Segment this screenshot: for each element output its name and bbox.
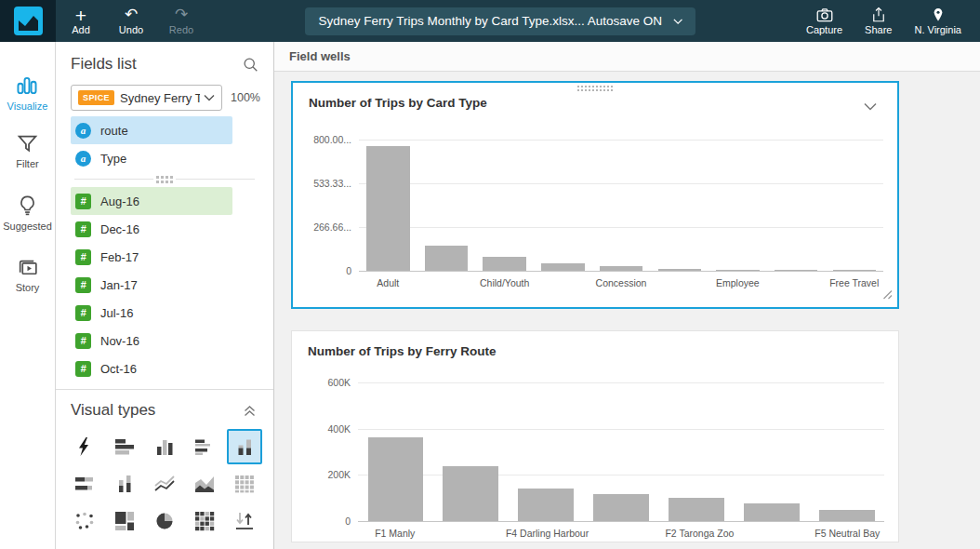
gridline (359, 271, 883, 272)
nav-story[interactable]: Story (16, 256, 40, 293)
visual-card-trips-by-card-type[interactable]: Number of Trips by Card Type 800.00...53… (291, 81, 899, 309)
visual-types-header: Visual types (56, 390, 273, 427)
share-label: Share (865, 24, 892, 35)
share-icon (870, 7, 887, 23)
visual-type-vertical-stacked-bar[interactable] (107, 466, 142, 502)
nav-visualize[interactable]: Visualize (7, 74, 48, 112)
bar[interactable] (483, 257, 525, 271)
bar[interactable] (775, 270, 817, 271)
quicksight-app: + Add ↶ Undo ↷ Redo Sydney Ferry Trips M… (0, 0, 980, 549)
visual-title: Number of Trips by Card Type (309, 96, 487, 110)
pivot-table-icon (234, 474, 255, 494)
field-item-feb-17[interactable]: # Feb-17 (71, 243, 232, 271)
bar[interactable] (833, 270, 876, 271)
add-label: Add (72, 24, 90, 35)
bar-slot (534, 140, 592, 271)
visual-type-horizontal-grouped-bar[interactable] (187, 429, 222, 464)
bar[interactable] (744, 503, 800, 521)
bar[interactable] (593, 494, 649, 521)
document-title-dropdown[interactable]: Sydney Ferry Trips Monthly by Card Type.… (305, 7, 695, 35)
visual-type-autograph[interactable] (67, 429, 102, 464)
scatter-plot-icon (74, 511, 95, 531)
share-button[interactable]: Share (854, 0, 903, 42)
field-item-oct-16[interactable]: # Oct-16 (71, 355, 232, 382)
visual-menu-button[interactable] (864, 98, 877, 114)
visual-type-horizontal-stacked-bar[interactable] (67, 466, 102, 502)
field-item-aug-16[interactable]: # Aug-16 (71, 187, 232, 215)
bar-slot (509, 368, 584, 521)
y-axis-tick-label: 200K (285, 469, 351, 480)
y-axis-tick-label: 266.66... (286, 221, 351, 233)
bar-chart-plot: 800.00...533.33...266.66...0AdultChild/Y… (359, 140, 883, 271)
field-item-route[interactable]: a route (71, 116, 232, 144)
story-icon (16, 256, 40, 279)
fields-divider-handle[interactable] (74, 179, 255, 180)
undo-button[interactable]: ↶ Undo (106, 0, 156, 42)
capture-button[interactable]: Capture (795, 0, 854, 42)
dataset-name: Sydney Ferry Tri... (120, 91, 200, 105)
nav-filter[interactable]: Filter (16, 132, 39, 169)
redo-label: Redo (169, 24, 193, 35)
add-button[interactable]: + Add (56, 0, 106, 42)
bar[interactable] (443, 466, 498, 521)
field-item-dec-16[interactable]: # Dec-16 (71, 215, 232, 243)
number-field-icon: # (75, 194, 91, 209)
y-axis-tick-label: 0 (285, 516, 351, 527)
bar[interactable] (366, 146, 409, 271)
x-axis-tick-label: Adult (359, 277, 417, 288)
bar[interactable] (658, 269, 701, 271)
spice-progress: 100% (231, 91, 260, 104)
search-button[interactable] (243, 57, 258, 76)
visual-type-scatter-plot[interactable] (67, 503, 102, 539)
bar[interactable] (368, 437, 424, 521)
gridline (358, 521, 884, 522)
visual-type-vertical-bar[interactable] (227, 429, 262, 464)
bar[interactable] (518, 489, 574, 521)
visual-types-title: Visual types (71, 401, 155, 419)
x-axis-tick-label: F2 Taronga Zoo (663, 528, 736, 539)
region-button[interactable]: N. Virginia (903, 0, 973, 42)
bar[interactable] (541, 263, 584, 271)
bar[interactable] (716, 270, 759, 271)
resize-grip-icon (882, 289, 893, 300)
bar[interactable] (600, 266, 642, 271)
visual-type-tree-map[interactable] (107, 503, 142, 539)
x-axis-tick-label (736, 528, 810, 539)
collapse-panel-button[interactable] (243, 405, 257, 422)
bar-slot (658, 368, 734, 521)
visual-drag-handle[interactable] (577, 86, 613, 91)
location-pin-icon (931, 7, 946, 23)
bar[interactable] (669, 498, 724, 521)
camera-icon (815, 7, 834, 23)
bar-chart-icon (15, 74, 39, 98)
bar[interactable] (819, 510, 875, 521)
x-axis-tick-label: F4 Darling Harbour (506, 528, 589, 539)
visual-type-line-chart[interactable] (147, 466, 182, 502)
visual-type-heat-map[interactable] (187, 503, 222, 539)
nav-suggested[interactable]: Suggested (3, 194, 52, 232)
field-item-sep-16[interactable]: # Sep-16 (71, 382, 232, 389)
bar-slot (584, 368, 659, 521)
visual-type-kpi[interactable] (227, 503, 262, 539)
field-item-jan-17[interactable]: # Jan-17 (71, 271, 232, 299)
redo-button[interactable]: ↷ Redo (156, 0, 206, 42)
field-item-type[interactable]: a Type (71, 144, 232, 172)
visual-type-pivot-table[interactable] (227, 466, 262, 502)
visual-card-trips-by-ferry-route[interactable]: Number of Trips by Ferry Route 600K400K2… (291, 330, 899, 542)
visual-type-pie-chart[interactable] (147, 503, 182, 539)
bars-container (359, 140, 883, 271)
visual-type-horizontal-bar[interactable] (107, 429, 142, 464)
field-item-jul-16[interactable]: # Jul-16 (71, 299, 232, 327)
field-wells-bar[interactable]: Field wells (274, 42, 980, 72)
bar[interactable] (425, 246, 468, 271)
y-axis-tick-label: 600K (285, 377, 351, 388)
visual-type-area-chart[interactable] (187, 466, 222, 502)
number-field-icon: # (75, 361, 91, 377)
bar-slot (592, 140, 651, 271)
resize-handle[interactable] (882, 287, 893, 303)
field-item-nov-16[interactable]: # Nov-16 (71, 327, 232, 355)
bar-slot (433, 368, 509, 521)
quicksight-logo[interactable] (0, 0, 56, 42)
vertical-stacked-bar-icon (114, 474, 135, 494)
visual-type-grouped-bar[interactable] (147, 429, 182, 464)
